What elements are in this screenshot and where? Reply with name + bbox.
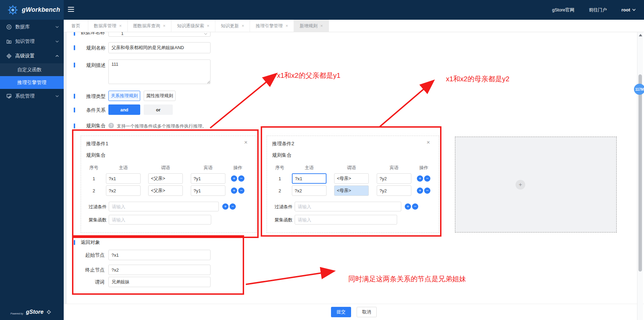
remove-row-button[interactable]: − — [424, 175, 430, 182]
help-icon[interactable]: ? — [108, 123, 114, 128]
tab-inference-engine[interactable]: 推理引擎管理× — [250, 20, 294, 32]
sidebar-item-knowledge[interactable]: 知识管理 — [0, 34, 64, 49]
subject-input-focused[interactable] — [292, 173, 327, 184]
rule-set-subtitle: 规则集合 — [272, 152, 292, 158]
col-seq: 序号 — [273, 165, 287, 171]
tab-close-icon[interactable]: × — [320, 23, 323, 28]
memory-badge[interactable]: 117M — [634, 84, 644, 95]
rule-type-attribute-button[interactable]: 属性推理规则 — [144, 91, 176, 101]
filter-input[interactable] — [295, 202, 401, 211]
col-predicate: 谓语 — [334, 165, 369, 171]
col-subject: 主语 — [292, 165, 327, 171]
subject-input[interactable] — [106, 173, 141, 184]
sidebar-item-system[interactable]: 系统管理 — [0, 89, 64, 103]
col-actions: 操作 — [413, 165, 434, 171]
end-node-input[interactable] — [108, 265, 211, 275]
scrollbar-thumb[interactable] — [638, 74, 642, 272]
app-title: gWorkbench — [22, 6, 60, 13]
close-icon[interactable]: × — [244, 139, 248, 145]
cond-rel-label: 条件关系 — [81, 107, 106, 113]
scrollbar[interactable] — [637, 32, 643, 320]
tab-knowledge-update[interactable]: 知识更新× — [215, 20, 250, 32]
tab-close-icon[interactable]: × — [242, 23, 244, 28]
tab-close-icon[interactable]: × — [207, 23, 209, 28]
or-button[interactable]: or — [144, 104, 173, 115]
start-node-input[interactable] — [108, 250, 211, 260]
tab-close-icon[interactable]: × — [163, 23, 166, 28]
rule-name-input[interactable] — [108, 42, 211, 53]
sidebar-item-custom-functions[interactable]: 自定义函数 — [0, 63, 64, 76]
add-row-button[interactable]: + — [231, 175, 237, 182]
sidebar-item-label: 知识管理 — [15, 38, 52, 45]
remove-row-button[interactable]: − — [238, 175, 244, 182]
sidebar-collapse-icon[interactable] — [68, 7, 74, 12]
tab-new-rule[interactable]: 新增规则× — [294, 20, 329, 32]
sidebar-item-advanced-settings[interactable]: 高级设置 — [0, 49, 64, 63]
cancel-button[interactable]: 取消 — [357, 307, 377, 317]
subject-input[interactable] — [106, 185, 141, 196]
tab-graph-db-query[interactable]: 图数据库查询× — [128, 20, 172, 32]
field-accent-bar — [74, 240, 75, 245]
tab-home[interactable]: 首页 — [64, 20, 88, 32]
sidebar-item-label: 高级设置 — [15, 53, 52, 59]
main-content: 数据库名称 1 规则名称 规则描述 111 推理类型 关系推理规则 属性推理规则… — [64, 32, 637, 304]
powered-by-gstore-logo: Powered by gStore — [10, 309, 51, 315]
remove-filter-button[interactable]: − — [230, 203, 236, 210]
add-row-button[interactable]: + — [417, 188, 423, 194]
scroll-up-icon[interactable] — [639, 34, 642, 36]
predicate-input[interactable] — [334, 173, 369, 184]
row-seq: 1 — [273, 176, 287, 181]
predicate-input-selected[interactable] — [334, 185, 369, 196]
rule-desc-label: 规则描述 — [81, 62, 106, 68]
canvas-add-icon[interactable]: + — [516, 180, 525, 190]
tab-label: 新增规则 — [299, 23, 317, 29]
close-icon[interactable]: × — [427, 139, 430, 145]
rule-desc-textarea[interactable]: 111 — [108, 60, 211, 84]
tab-close-icon[interactable]: × — [119, 23, 122, 28]
tab-close-icon[interactable]: × — [285, 23, 288, 28]
submit-button[interactable]: 提交 — [331, 307, 351, 317]
object-input[interactable] — [377, 173, 411, 184]
add-row-button[interactable]: + — [417, 175, 423, 182]
user-menu[interactable]: root — [621, 7, 636, 12]
field-accent-bar — [74, 32, 75, 36]
and-button[interactable]: and — [108, 104, 140, 115]
object-input[interactable] — [191, 173, 225, 184]
subject-input[interactable] — [292, 185, 327, 196]
tab-label: 图数据库查询 — [133, 23, 160, 29]
add-filter-button[interactable]: + — [222, 203, 229, 210]
sidebar-item-database[interactable]: 数据库 — [0, 20, 64, 34]
predicate-input[interactable] — [148, 185, 183, 196]
nav-portal-link[interactable]: 前往门户 — [589, 7, 607, 13]
object-input[interactable] — [377, 185, 411, 196]
predicate-word-input[interactable] — [108, 277, 211, 287]
tab-bar: 首页 数据库管理× 图数据库查询× 知识逐级探索× 知识更新× 推理引擎管理× … — [64, 20, 644, 32]
chevron-down-icon — [632, 9, 636, 11]
field-accent-bar — [74, 124, 75, 128]
sidebar-item-label: 系统管理 — [15, 93, 52, 99]
database-select[interactable]: 1 — [108, 32, 211, 37]
nav-gstore-site-link[interactable]: gStore官网 — [552, 7, 574, 13]
clipped-field-label: 数据库名称 — [81, 32, 106, 36]
add-row-button[interactable]: + — [231, 188, 237, 194]
sidebar: 数据库 知识管理 高级设置 自定义函数 推理引擎管理 系统管理 Powered … — [0, 20, 64, 320]
sidebar-item-inference-engine[interactable]: 推理引擎管理 — [0, 76, 64, 89]
predicate-input[interactable] — [148, 173, 183, 184]
field-accent-bar — [74, 63, 75, 67]
remove-row-button[interactable]: − — [424, 188, 430, 194]
chevron-down-icon — [204, 33, 207, 35]
aggregate-input[interactable] — [295, 215, 397, 225]
aggregate-input[interactable] — [109, 215, 211, 225]
filter-input[interactable] — [109, 202, 219, 211]
tab-knowledge-explore[interactable]: 知识逐级探索× — [171, 20, 215, 32]
rule-set-hint: 支持一个推理条件或多个推理条件执行推理。 — [117, 123, 207, 129]
row-seq: 2 — [87, 188, 101, 193]
tab-database-management[interactable]: 数据库管理× — [88, 20, 128, 32]
remove-filter-button[interactable]: − — [412, 203, 418, 210]
add-filter-button[interactable]: + — [405, 203, 411, 210]
app-header: gWorkbench gStore官网 前往门户 root — [0, 0, 644, 20]
remove-row-button[interactable]: − — [238, 188, 244, 194]
object-input[interactable] — [191, 185, 225, 196]
rule-type-relation-button[interactable]: 关系推理规则 — [108, 91, 140, 101]
col-actions: 操作 — [227, 165, 248, 171]
